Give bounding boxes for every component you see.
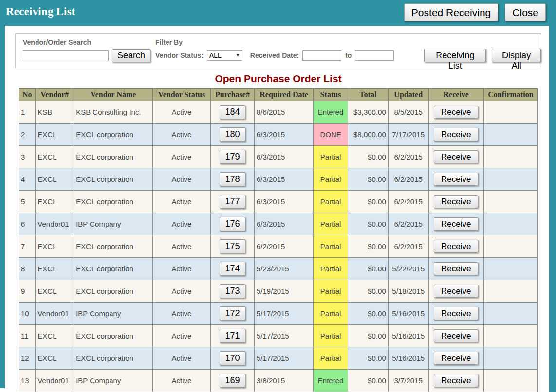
- status-cell: Partial: [314, 303, 348, 325]
- display-all-button[interactable]: Display All: [492, 49, 541, 62]
- vendor-name-cell: EXCL corporation: [74, 191, 153, 213]
- receive-button[interactable]: Receive: [434, 173, 478, 186]
- required-date-cell: 5/23/2015: [254, 258, 313, 280]
- vendor-name-cell: EXCL corporation: [74, 280, 153, 303]
- receive-button[interactable]: Receive: [434, 106, 478, 119]
- purchase-number-button[interactable]: 170: [220, 351, 245, 365]
- no-cell: 2: [19, 124, 36, 146]
- table-title: Open Purchase Order List: [19, 73, 538, 85]
- vendor-status-cell: Active: [152, 101, 210, 124]
- purchase-number-button[interactable]: 180: [220, 127, 245, 142]
- updated-cell: 6/2/2015: [388, 168, 428, 191]
- purchase-number-button[interactable]: 169: [220, 374, 245, 388]
- vendor-status-cell: Active: [152, 325, 210, 347]
- required-date-cell: 6/3/2015: [254, 213, 313, 235]
- required-date-cell: 5/19/2015: [254, 280, 313, 303]
- receive-button[interactable]: Receive: [434, 285, 478, 298]
- purchase-number-button[interactable]: 175: [220, 239, 245, 253]
- purchase-order-table: NoVendor#Vendor NameVendor StatusPurchas…: [19, 88, 538, 392]
- status-cell: Partial: [314, 235, 348, 258]
- no-cell: 4: [19, 168, 36, 191]
- table-row: 12EXCLEXCL corporationActive1705/17/2015…: [19, 347, 538, 370]
- purchase-number-cell: 170: [211, 347, 255, 370]
- column-header-vendor-status: Vendor Status: [152, 89, 210, 101]
- vendor-cell: EXCL: [36, 191, 74, 213]
- vendor-name-cell: EXCL corporation: [74, 347, 153, 370]
- receive-button[interactable]: Receive: [434, 128, 478, 141]
- purchase-number-cell: 169: [211, 370, 255, 392]
- purchase-number-button[interactable]: 174: [220, 262, 245, 276]
- receive-button[interactable]: Receive: [434, 329, 478, 342]
- vendor-cell: EXCL: [36, 235, 74, 258]
- purchase-number-cell: 172: [211, 303, 255, 325]
- receive-cell: Receive: [428, 258, 483, 280]
- vendor-cell: EXCL: [36, 280, 74, 303]
- received-date-from-input[interactable]: [302, 50, 341, 61]
- receiving-list-button[interactable]: Receiving List: [424, 49, 486, 62]
- purchase-number-button[interactable]: 173: [220, 284, 245, 298]
- vendor-status-cell: Active: [152, 191, 210, 213]
- table-row: 9EXCLEXCL corporationActive1735/19/2015P…: [19, 280, 538, 303]
- vendor-cell: Vendor01: [36, 213, 74, 235]
- vendor-cell: EXCL: [36, 146, 74, 168]
- updated-cell: 5/16/2015: [388, 303, 428, 325]
- purchase-number-button[interactable]: 177: [220, 195, 245, 209]
- vendor-cell: EXCL: [36, 168, 74, 191]
- vendor-status-select[interactable]: ALL ▼: [207, 50, 242, 61]
- table-row: 5EXCLEXCL corporationActive1776/3/2015Pa…: [19, 191, 538, 213]
- confirmation-cell: [483, 168, 537, 191]
- no-cell: 12: [19, 347, 36, 370]
- table-area: Open Purchase Order List NoVendor#Vendor…: [19, 73, 538, 392]
- receive-button[interactable]: Receive: [434, 150, 478, 163]
- search-input[interactable]: [23, 50, 109, 61]
- posted-receiving-button[interactable]: Posted Receiving: [404, 3, 498, 21]
- receive-button[interactable]: Receive: [434, 240, 478, 253]
- vendor-cell: EXCL: [36, 325, 74, 347]
- vendor-status-cell: Active: [152, 213, 210, 235]
- purchase-number-button[interactable]: 171: [220, 329, 245, 343]
- search-button[interactable]: Search: [112, 49, 150, 62]
- filter-by-label: Filter By: [155, 38, 183, 46]
- purchase-number-button[interactable]: 176: [220, 217, 245, 231]
- receive-button[interactable]: Receive: [434, 352, 478, 365]
- vendor-name-cell: IBP Company: [74, 303, 153, 325]
- left-teal-strip: [0, 0, 5, 388]
- status-cell: Partial: [314, 347, 348, 370]
- total-cell: $0.00: [348, 303, 388, 325]
- vendor-status-cell: Active: [152, 124, 210, 146]
- receive-button[interactable]: Receive: [434, 195, 478, 208]
- updated-cell: 3/7/2015: [388, 370, 428, 392]
- purchase-number-button[interactable]: 172: [220, 306, 245, 321]
- total-cell: $0.00: [348, 146, 388, 168]
- column-header-required-date: Required Date: [254, 89, 313, 101]
- required-date-cell: 5/17/2015: [254, 347, 313, 370]
- required-date-cell: 6/3/2015: [254, 191, 313, 213]
- vendor-name-cell: EXCL corporation: [74, 258, 153, 280]
- receive-button[interactable]: Receive: [434, 217, 478, 231]
- table-row: 11EXCLEXCL corporationActive1715/17/2015…: [19, 325, 538, 347]
- required-date-cell: 6/3/2015: [254, 168, 313, 191]
- purchase-number-cell: 179: [211, 146, 255, 168]
- receive-button[interactable]: Receive: [434, 307, 478, 320]
- receive-button[interactable]: Receive: [434, 374, 478, 387]
- purchase-number-button[interactable]: 179: [220, 150, 245, 164]
- column-header-confirmation: Confirmation: [483, 89, 537, 101]
- purchase-number-button[interactable]: 178: [220, 172, 245, 186]
- confirmation-cell: [483, 258, 537, 280]
- purchase-number-button[interactable]: 184: [220, 105, 245, 119]
- column-header-no: No: [19, 89, 36, 101]
- status-cell: Partial: [314, 191, 348, 213]
- confirmation-cell: [483, 347, 537, 370]
- status-cell: Partial: [314, 325, 348, 347]
- required-date-cell: 3/8/2015: [254, 370, 313, 392]
- close-button[interactable]: Close: [505, 3, 546, 21]
- right-teal-strip: [549, 0, 556, 392]
- received-date-to-input[interactable]: [355, 50, 394, 61]
- receive-button[interactable]: Receive: [434, 262, 478, 275]
- no-cell: 6: [19, 213, 36, 235]
- filter-panel: Vendor/Order Search Search Filter By Ven…: [15, 33, 541, 68]
- column-header-receive: Receive: [428, 89, 483, 101]
- vendor-name-cell: IBP Company: [74, 370, 153, 392]
- vendor-cell: EXCL: [36, 347, 74, 370]
- updated-cell: 5/16/2015: [388, 347, 428, 370]
